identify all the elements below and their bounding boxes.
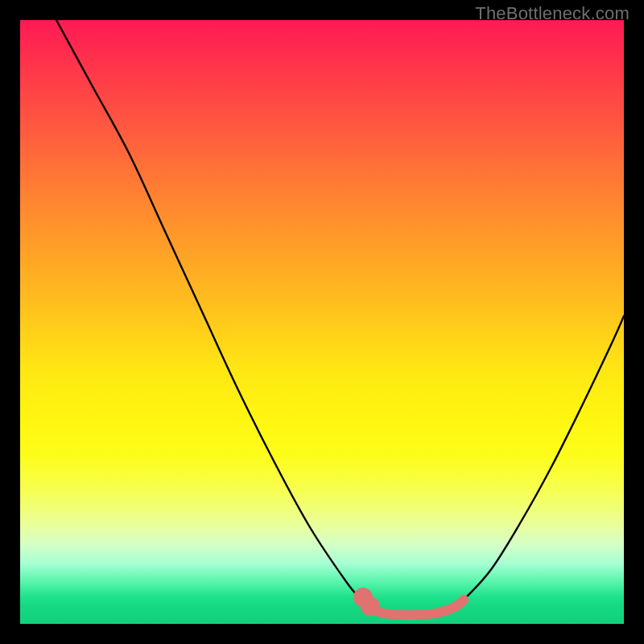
curve-left-descent xyxy=(56,20,361,600)
chart-frame: TheBottleneck.com xyxy=(0,0,644,644)
watermark-text: TheBottleneck.com xyxy=(475,3,630,24)
curve-markers xyxy=(353,588,380,616)
plot-area xyxy=(20,20,624,624)
curve-right-ascent xyxy=(464,316,624,601)
curve-marker xyxy=(361,597,380,616)
curve-layer xyxy=(20,20,624,624)
